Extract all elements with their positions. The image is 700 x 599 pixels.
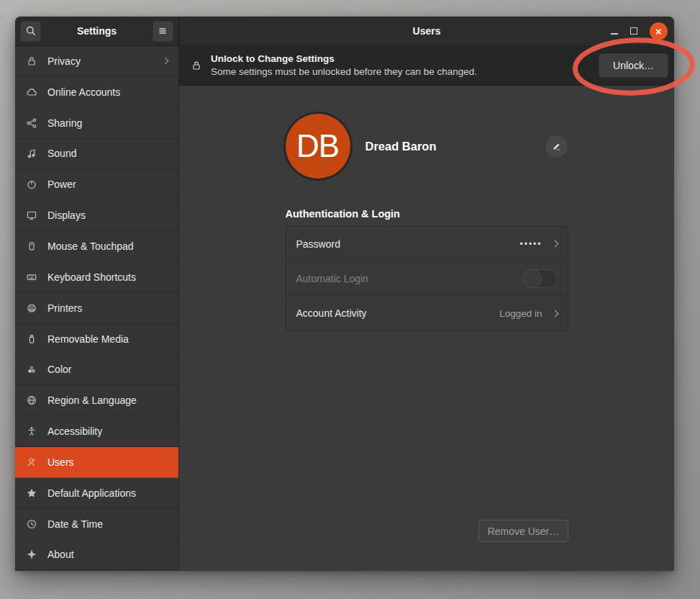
sidebar-item-label: Keyboard Shortcuts	[47, 271, 136, 283]
settings-window: Settings Users × PrivacyOnline AccountsS…	[15, 17, 674, 571]
automatic-login-row: Automatic Login	[286, 261, 568, 296]
cloud-icon	[26, 86, 37, 98]
sidebar-item-date-time[interactable]: Date & Time	[15, 509, 178, 540]
display-icon	[26, 210, 37, 221]
users-icon	[26, 456, 37, 468]
sparkle-icon	[26, 549, 37, 560]
sidebar-item-label: Mouse & Touchpad	[47, 240, 134, 252]
sidebar-item-removable-media[interactable]: Removable Media	[15, 324, 178, 355]
users-panel: DB Dread Baron Authentication & Login Pa…	[179, 86, 674, 571]
sidebar-item-keyboard-shortcuts[interactable]: Keyboard Shortcuts	[15, 262, 178, 293]
usb-icon	[26, 333, 37, 345]
accessibility-icon	[26, 425, 37, 437]
sidebar-title: Settings	[77, 25, 117, 37]
globe-icon	[26, 395, 37, 406]
automatic-login-toggle[interactable]	[523, 269, 558, 288]
minimize-icon[interactable]	[611, 33, 618, 35]
password-row[interactable]: Password •••••	[286, 227, 568, 261]
sidebar-item-label: Printers	[47, 302, 82, 314]
lock-icon	[191, 60, 202, 71]
sound-icon	[26, 148, 37, 159]
sidebar-item-accessibility[interactable]: Accessibility	[15, 416, 178, 447]
sidebar-item-label: Sharing	[47, 117, 82, 129]
sidebar-item-label: Accessibility	[47, 425, 102, 437]
clock-icon	[26, 518, 37, 530]
sidebar-item-region-language[interactable]: Region & Language	[15, 385, 178, 416]
sidebar-item-label: Removable Media	[47, 333, 129, 345]
auth-login-list: Password ••••• Automatic Login Account A…	[286, 226, 568, 331]
account-activity-value: Logged in	[499, 308, 542, 319]
auth-login-heading: Authentication & Login	[286, 208, 568, 220]
search-button[interactable]	[20, 21, 41, 42]
banner-text: Unlock to Change Settings Some settings …	[211, 53, 477, 78]
sidebar-item-privacy[interactable]: Privacy	[15, 46, 178, 77]
password-dots: •••••	[519, 239, 542, 249]
chevron-right-icon	[551, 240, 558, 248]
sidebar-item-sound[interactable]: Sound	[15, 139, 178, 170]
sidebar-item-label: Online Accounts	[47, 86, 120, 98]
search-icon	[25, 25, 37, 37]
sidebar-item-sharing[interactable]: Sharing	[15, 108, 178, 139]
sidebar-item-label: Date & Time	[47, 518, 103, 530]
chevron-right-icon	[551, 310, 558, 317]
sidebar-item-users[interactable]: Users	[15, 447, 178, 478]
user-card: DB Dread Baron	[286, 114, 568, 179]
account-activity-label: Account Activity	[296, 307, 367, 319]
sidebar-item-label: Default Applications	[47, 487, 136, 499]
sidebar-item-mouse-touchpad[interactable]: Mouse & Touchpad	[15, 231, 178, 262]
color-icon	[26, 364, 37, 375]
window-controls: ×	[611, 22, 674, 40]
sidebar-item-about[interactable]: About	[15, 540, 178, 571]
main-headerbar: Users ×	[179, 17, 674, 46]
edit-name-button[interactable]	[545, 135, 568, 158]
mouse-icon	[26, 240, 37, 252]
sidebar-item-label: Power	[47, 179, 76, 190]
share-icon	[26, 117, 37, 129]
banner-subtitle: Some settings must be unlocked before th…	[211, 66, 477, 78]
avatar[interactable]: DB	[286, 114, 350, 179]
lock-icon	[26, 55, 37, 67]
keyboard-icon	[26, 271, 37, 283]
chevron-right-icon	[162, 58, 169, 65]
sidebar-item-label: Privacy	[47, 55, 81, 67]
sidebar-item-online-accounts[interactable]: Online Accounts	[15, 77, 178, 108]
sidebar-item-label: Region & Language	[47, 395, 137, 406]
pencil-icon	[551, 141, 562, 152]
remove-user-button[interactable]: Remove User…	[478, 520, 568, 542]
sidebar-item-label: Color	[47, 364, 71, 375]
menu-button[interactable]	[153, 21, 173, 42]
sidebar-item-displays[interactable]: Displays	[15, 200, 178, 231]
sidebar-headerbar: Settings	[15, 17, 179, 46]
sidebar-nav: PrivacyOnline AccountsSharingSoundPowerD…	[15, 46, 179, 571]
sidebar-item-power[interactable]: Power	[15, 169, 178, 200]
automatic-login-label: Automatic Login	[296, 273, 368, 284]
toggle-knob	[523, 269, 542, 288]
menu-icon	[157, 25, 168, 37]
sidebar-item-label: Users	[47, 456, 74, 468]
sidebar-item-label: About	[47, 549, 74, 560]
printer-icon	[26, 302, 37, 314]
sidebar-item-printers[interactable]: Printers	[15, 293, 178, 324]
unlock-button[interactable]: Unlock…	[599, 53, 668, 78]
sidebar-item-label: Sound	[47, 148, 76, 159]
sidebar-item-default-applications[interactable]: Default Applications	[15, 478, 178, 509]
sidebar-item-color[interactable]: Color	[15, 354, 178, 385]
maximize-icon[interactable]	[630, 27, 637, 35]
sidebar-item-label: Displays	[47, 210, 86, 221]
password-label: Password	[296, 238, 340, 250]
page-title: Users	[179, 25, 674, 37]
banner-title: Unlock to Change Settings	[211, 53, 477, 66]
power-icon	[26, 179, 37, 190]
user-name: Dread Baron	[365, 140, 437, 153]
star-icon	[26, 487, 37, 499]
close-icon[interactable]: ×	[650, 22, 668, 40]
account-activity-row[interactable]: Account Activity Logged in	[286, 296, 568, 330]
unlock-banner: Unlock to Change Settings Some settings …	[179, 46, 674, 86]
